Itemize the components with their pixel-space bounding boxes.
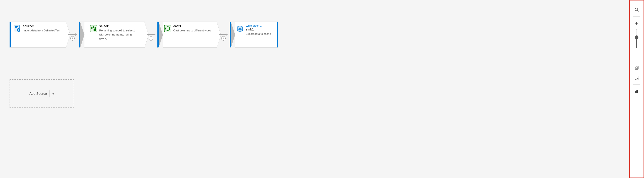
zoom-in-icon xyxy=(634,21,639,25)
select-region-button[interactable] xyxy=(632,73,641,82)
select-region-icon xyxy=(634,75,639,80)
search-button[interactable] xyxy=(632,5,641,14)
toolbar-divider-1 xyxy=(633,16,640,17)
card-left-notch xyxy=(80,22,84,48)
canvas: source1 Import data from DelimitedText + xyxy=(0,0,629,178)
svg-rect-2 xyxy=(15,27,17,28)
node-sink1-order: Write order: 1 xyxy=(246,24,271,27)
source-icon xyxy=(13,25,21,32)
node-select1[interactable]: select1 Renaming source1 to select1 with… xyxy=(79,22,145,47)
connector-1: + xyxy=(68,33,77,36)
right-toolbar xyxy=(629,0,644,178)
add-node-btn-2[interactable]: + xyxy=(149,36,153,41)
fit-icon xyxy=(634,65,639,70)
connector-arrow-2 xyxy=(154,33,156,36)
chart-button[interactable] xyxy=(632,87,641,96)
connector-2: + xyxy=(147,33,156,36)
card-left-notch-3 xyxy=(231,22,235,48)
node-sink1-desc: Export data to cache xyxy=(246,32,271,36)
select-icon xyxy=(90,25,97,32)
svg-rect-19 xyxy=(635,91,636,93)
svg-rect-15 xyxy=(635,66,638,69)
zoom-out-button[interactable] xyxy=(632,50,641,58)
pipeline-group: source1 Import data from DelimitedText + xyxy=(10,22,278,47)
search-icon xyxy=(634,8,639,12)
zoom-in-button[interactable] xyxy=(632,19,641,28)
svg-rect-1 xyxy=(15,26,18,27)
toolbar-divider-3 xyxy=(633,84,640,85)
zoom-slider[interactable] xyxy=(636,29,637,48)
node-source1-title: source1 xyxy=(23,24,60,28)
node-sink1-title: sink1 xyxy=(246,28,271,31)
svg-line-11 xyxy=(638,11,638,12)
node-source1-desc: Import data from DelimitedText xyxy=(23,29,60,33)
node-select1-title: select1 xyxy=(99,24,139,28)
connector-line-3 xyxy=(219,34,226,35)
add-source-label: Add Source xyxy=(30,92,47,96)
cast-icon xyxy=(164,25,172,32)
svg-rect-16 xyxy=(636,67,638,69)
add-node-btn-1[interactable]: + xyxy=(70,36,75,41)
card-left-notch-2 xyxy=(158,22,163,48)
connector-3: + xyxy=(219,33,228,36)
connector-arrow xyxy=(75,33,77,36)
fit-view-button[interactable] xyxy=(632,63,641,72)
node-sink1[interactable]: Write order: 1 sink1 Export data to cach… xyxy=(230,22,278,47)
add-source-divider xyxy=(49,90,50,97)
node-cast1-title: cast1 xyxy=(174,24,211,28)
sink-icon xyxy=(236,25,244,32)
svg-rect-20 xyxy=(636,91,637,93)
node-cast1[interactable]: cast1 Cast columns to different types xyxy=(158,22,217,47)
connector-line-2 xyxy=(147,34,154,35)
connector-line xyxy=(68,34,75,35)
node-cast1-desc: Cast columns to different types xyxy=(174,29,211,33)
add-source-button[interactable]: Add Source ∨ xyxy=(10,79,74,108)
zoom-out-icon xyxy=(634,52,639,56)
svg-point-18 xyxy=(638,79,638,80)
toolbar-divider-2 xyxy=(633,61,640,61)
add-node-btn-3[interactable]: + xyxy=(221,36,226,41)
node-source1[interactable]: source1 Import data from DelimitedText xyxy=(10,22,66,47)
zoom-slider-container[interactable] xyxy=(636,29,637,48)
connector-arrow-3 xyxy=(226,33,228,36)
svg-rect-21 xyxy=(637,90,638,93)
chart-icon xyxy=(634,89,639,94)
chevron-down-icon: ∨ xyxy=(52,92,54,96)
svg-point-10 xyxy=(635,8,638,11)
node-select1-desc: Renaming source1 to select1 with columns… xyxy=(99,29,139,41)
